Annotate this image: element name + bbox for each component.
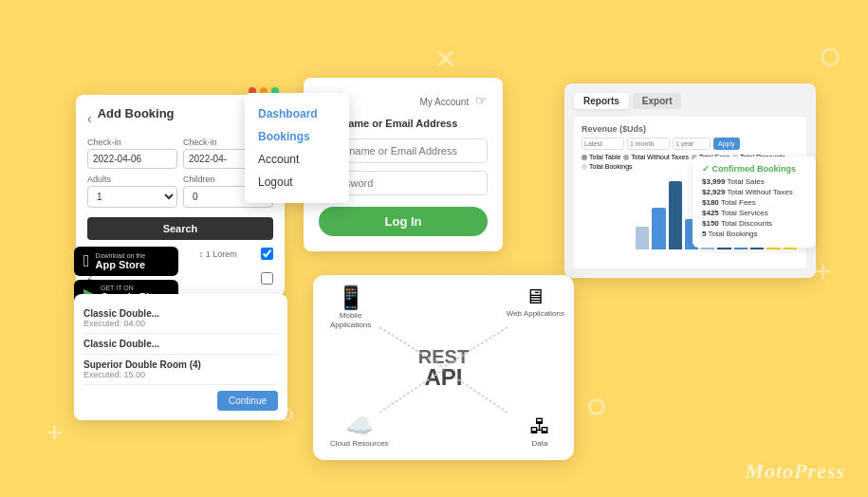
checkin-input[interactable]: [87, 149, 177, 169]
dropdown-menu: Dashboard Bookings Account Logout: [245, 93, 349, 203]
menu-item-dashboard[interactable]: Dashboard: [245, 102, 349, 125]
continue-button[interactable]: Continue: [217, 391, 278, 411]
chart-title: Revenue ($Uds): [582, 124, 799, 134]
room-name-1: Classic Double...: [83, 308, 278, 319]
deco-circle-1: [821, 47, 840, 66]
room-price-3: Executed: 15.00: [83, 370, 278, 379]
filter-year[interactable]: [673, 138, 711, 150]
back-arrow[interactable]: ‹: [87, 111, 92, 126]
apple-badge[interactable]:  Download on the App Store: [74, 247, 178, 276]
mobile-label: MobileApplications: [330, 311, 371, 329]
apply-button[interactable]: Apply: [713, 138, 740, 150]
apple-badge-main: App Store: [96, 259, 146, 270]
menu-item-account[interactable]: Account: [245, 148, 349, 171]
deco-x-2: ✕: [434, 44, 456, 75]
stat-bookings: 5 Total Bookings: [702, 230, 806, 238]
list-item: Superior Double Room (4) Executed: 15.00: [83, 355, 278, 385]
legend-label-5: Total Bookings: [589, 163, 633, 170]
suggestion-checkbox[interactable]: [261, 248, 273, 260]
mobile-icon: 📱: [330, 285, 371, 311]
login-button[interactable]: Log In: [319, 207, 488, 236]
data-icon: 🖧: [529, 414, 550, 439]
tab-export[interactable]: Export: [633, 93, 682, 109]
stat-sales: $3,999 Total Sales: [702, 177, 806, 186]
deco-plus-2: +: [46, 415, 64, 451]
filter-latest[interactable]: [582, 138, 624, 150]
legend-item-5: Total Bookings: [582, 163, 633, 170]
suggestion-checkbox-2[interactable]: [261, 272, 273, 285]
cloud-label: Cloud Resources: [330, 439, 388, 449]
legend-dot-2: [623, 155, 629, 160]
checkin-label: Check-in: [87, 138, 177, 147]
deco-circle-3: [588, 398, 605, 415]
reports-tabs: Reports Export: [574, 93, 806, 109]
stat-fees: $180 Total Fees: [702, 198, 806, 207]
list-item: Classic Double...: [83, 334, 278, 355]
booking-widget-title: Add Booking: [98, 106, 175, 120]
svg-line-6: [444, 327, 508, 367]
room-price-1: Executed: 04.00: [83, 319, 278, 328]
api-item-web: 🖥 Web Applications: [507, 285, 564, 319]
room-name-3: Superior Double Room (4): [83, 359, 278, 370]
legend-item-1: Total Table: [582, 154, 620, 160]
bar-3: [669, 181, 682, 249]
svg-line-8: [444, 370, 508, 413]
api-diagram: REST API 📱 MobileApplications 🖥 Web Appl…: [313, 275, 574, 460]
stats-box: ✓ Confirmed Bookings $3,999 Total Sales …: [693, 156, 816, 248]
list-item: Classic Double... Executed: 04.00: [83, 304, 278, 334]
filter-month[interactable]: [627, 138, 670, 150]
menu-item-bookings[interactable]: Bookings: [245, 125, 349, 148]
api-item-data: 🖧 Data: [529, 414, 550, 449]
adults-group: Adults 123: [87, 175, 177, 208]
adults-label: Adults: [87, 175, 177, 184]
api-item-mobile: 📱 MobileApplications: [330, 285, 371, 329]
legend-label-2: Total Without Taxes: [631, 154, 689, 160]
apple-icon: : [83, 251, 90, 271]
cursor-icon: ☞: [475, 93, 488, 108]
legend-label-1: Total Table: [589, 154, 620, 160]
bar-2: [652, 208, 665, 249]
menu-item-logout[interactable]: Logout: [245, 171, 349, 193]
legend-dot-5: [582, 164, 587, 170]
web-label: Web Applications: [507, 309, 564, 319]
svg-line-7: [379, 370, 443, 413]
legend-item-2: Total Without Taxes: [623, 154, 689, 160]
my-account-label: My Account: [420, 97, 470, 107]
stat-services: $425 Total Services: [702, 209, 806, 217]
motopress-logo: MotoPress: [745, 459, 845, 484]
cloud-icon: ☁️: [330, 413, 388, 439]
chart-filters: Apply: [582, 138, 799, 150]
room-name-2: Classic Double...: [83, 339, 278, 349]
stats-title: ✓ Confirmed Bookings: [702, 164, 806, 174]
tab-reports[interactable]: Reports: [574, 93, 629, 109]
web-icon: 🖥: [507, 285, 564, 309]
search-button[interactable]: Search: [87, 217, 273, 240]
api-item-cloud: ☁️ Cloud Resources: [330, 413, 388, 449]
bar-1: [636, 227, 649, 249]
room-list: Classic Double... Executed: 04.00 Classi…: [74, 294, 287, 420]
checkin-group: Check-in: [87, 138, 177, 169]
apple-badge-sub: Download on the: [96, 252, 146, 259]
stat-without-taxes: $2,929 Total Without Taxes: [702, 188, 806, 196]
adults-select[interactable]: 123: [87, 186, 177, 208]
data-label: Data: [529, 439, 550, 449]
legend-dot-1: [582, 155, 587, 160]
svg-line-5: [379, 327, 443, 367]
stat-discounts: $150 Total Discounts: [702, 219, 806, 228]
google-badge-sub: GET IT ON: [101, 285, 161, 291]
deco-plus-1: +: [814, 254, 832, 289]
